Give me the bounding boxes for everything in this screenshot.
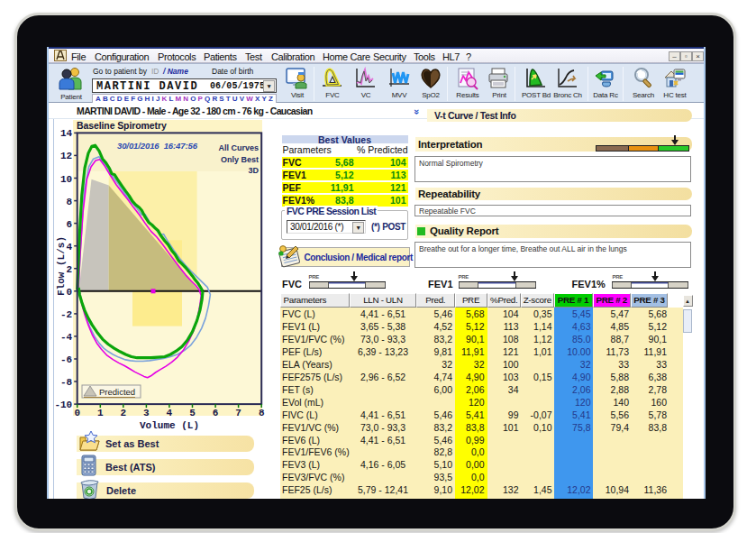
svg-text:3: 3: [143, 408, 150, 418]
svg-text:-2: -2: [60, 309, 72, 320]
svg-text:30/01/2016 16:47:56: 30/01/2016 16:47:56: [117, 141, 198, 151]
svg-text:Volume (L): Volume (L): [140, 420, 199, 431]
svg-text:Predicted: Predicted: [99, 387, 135, 397]
svg-text:Only Best: Only Best: [221, 155, 259, 164]
svg-text:Baseline Spirometry: Baseline Spirometry: [77, 120, 167, 131]
svg-text:6: 6: [213, 408, 219, 418]
svg-text:3D: 3D: [248, 166, 259, 175]
svg-text:7: 7: [235, 408, 241, 418]
svg-text:4: 4: [67, 242, 73, 253]
svg-text:10: 10: [60, 174, 72, 185]
svg-text:8: 8: [67, 197, 73, 207]
svg-text:-10: -10: [54, 400, 72, 410]
svg-text:8: 8: [259, 408, 265, 418]
svg-text:0: 0: [67, 287, 73, 298]
svg-text:All Curves: All Curves: [218, 143, 259, 152]
svg-text:6: 6: [67, 219, 73, 230]
svg-text:-8: -8: [60, 377, 73, 388]
svg-text:4: 4: [167, 408, 173, 418]
svg-text:-6: -6: [60, 354, 72, 365]
svg-text:14: 14: [60, 128, 73, 139]
svg-text:1: 1: [97, 408, 104, 418]
svg-text:5: 5: [189, 408, 196, 418]
svg-text:0: 0: [74, 408, 80, 418]
svg-text:-4: -4: [60, 332, 73, 343]
svg-text:12: 12: [60, 151, 72, 161]
svg-text:2: 2: [120, 408, 126, 418]
svg-text:Flow (L/s): Flow (L/s): [56, 236, 67, 296]
svg-text:2: 2: [67, 264, 73, 275]
